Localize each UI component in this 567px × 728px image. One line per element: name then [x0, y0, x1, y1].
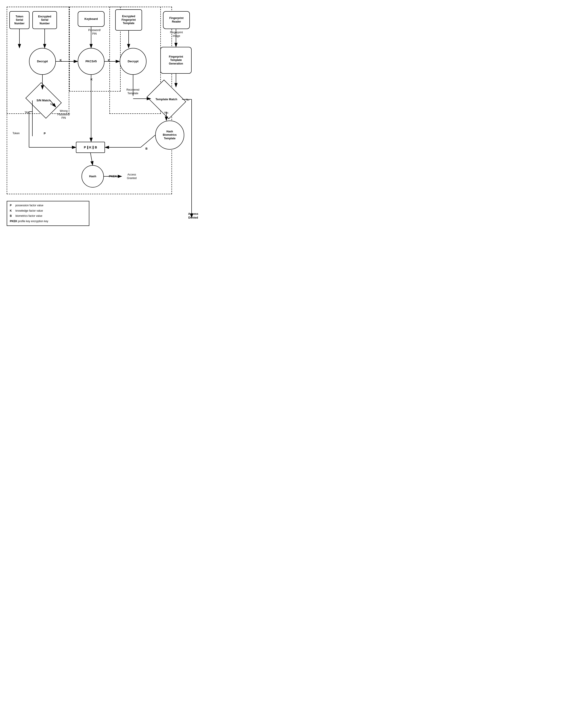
access-denied-label: AccessDenied [183, 212, 201, 220]
hash-label: Hash [89, 175, 96, 178]
hash-circle: Hash [81, 165, 104, 188]
keyboard-box: Keyboard [78, 11, 104, 27]
fingerprint-reader-box: Fingerprint Reader [163, 11, 190, 29]
legend-b: B biometrics factor value [10, 214, 86, 219]
b-label: B [144, 147, 149, 151]
p-label: P [42, 132, 47, 136]
wrong-password-label: WrongPassword/PIN [52, 109, 75, 120]
legend-k: K knowledge factor value [10, 209, 86, 213]
access-granted-label: AccessGranted [122, 173, 142, 180]
p-k-b-box: P ‖ K ‖ B [76, 142, 105, 153]
keyboard-label: Keyboard [84, 17, 98, 21]
hash-biometrics-circle: Hash Biometrics Template [155, 121, 184, 150]
no-template-label: No [183, 98, 192, 102]
fingerprint-reader-label: Fingerprint Reader [169, 17, 183, 23]
template-match-diamond: Template Match [151, 87, 182, 112]
decrypt-right-circle: Decrypt [120, 48, 146, 75]
legend-box: P possession factor value K knowledge fa… [7, 201, 89, 226]
pkek-label: PKEK [107, 175, 119, 178]
fp-template-gen-label: Fingerprint Template Generation [169, 55, 183, 66]
pkcs5-label: PKCS#5 [85, 60, 97, 63]
token-serial-number-box: Token Serial Number [9, 11, 29, 29]
encrypted-fp-template-label: Encrypted Fingerprint Template [121, 15, 135, 25]
recovered-template-label: RecoveredTemplate [121, 88, 145, 95]
fp-template-gen-box: Fingerprint Template Generation [160, 47, 191, 74]
template-match-label: Template Match [155, 98, 177, 101]
encrypted-serial-number-box: Encrypted Serial Number [32, 11, 57, 29]
legend-pkek: PKEK profile key encryption key [10, 219, 86, 224]
token-serial-number-label: Token Serial Number [14, 15, 24, 25]
token-label: Token [9, 132, 23, 135]
encrypted-serial-number-label: Encrypted Serial Number [38, 15, 51, 25]
k-left-label: K [58, 58, 63, 62]
encrypted-fp-template-box: Encrypted Fingerprint Template [115, 9, 142, 31]
password-pin-label: Password/PIN [85, 29, 103, 35]
no-sn-label: No [49, 103, 55, 106]
pkcs5-circle: PKCS#5 [78, 48, 104, 75]
p-k-b-label: P ‖ K ‖ B [84, 145, 97, 149]
decrypt-left-label: Decrypt [37, 60, 48, 63]
k-right-label: K [107, 58, 111, 62]
k-bottom-label: K [89, 78, 94, 81]
sn-match-label: S/N Match [37, 99, 51, 102]
decrypt-right-label: Decrypt [128, 60, 138, 63]
legend-p: P possession factor value [10, 203, 86, 208]
yes-sn-label: Yes [22, 111, 31, 114]
fingerprint-image-label: FingerprintImage [164, 31, 189, 38]
hash-biometrics-label: Hash Biometrics Template [163, 130, 177, 140]
diagram-container: Token Serial Number Encrypted Serial Num… [0, 0, 201, 257]
yes-template-label: Yes [162, 111, 171, 115]
sn-match-diamond: S/N Match [29, 89, 58, 112]
decrypt-left-circle: Decrypt [29, 48, 56, 75]
